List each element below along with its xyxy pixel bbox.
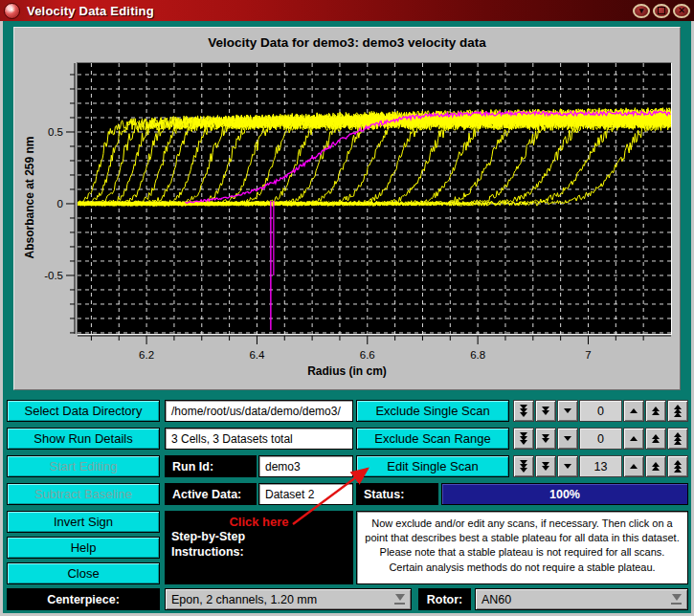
rotor-dropdown[interactable]: AN60 <box>475 588 688 610</box>
up-arrow-icon <box>630 436 638 441</box>
rotor-label: Rotor: <box>418 588 471 610</box>
rotor-value: AN60 <box>481 593 511 606</box>
close-window-button[interactable]: ✕ <box>673 4 690 18</box>
down-arrow-icon <box>564 436 571 441</box>
counter-decrement-step-button[interactable] <box>535 455 556 477</box>
maximize-window-button[interactable] <box>653 4 670 18</box>
counter-value[interactable]: 13 <box>579 455 622 477</box>
counter-decrement-page-button[interactable] <box>513 400 534 422</box>
up-arrow-icon <box>630 408 638 413</box>
counter-increment-button[interactable] <box>623 455 644 477</box>
counter-value[interactable]: 0 <box>579 400 622 422</box>
run-details-field: 3 Cells, 3 Datasets total <box>165 428 353 450</box>
click-here-annotation: Click here <box>169 515 348 529</box>
counter-decrement-page-button[interactable] <box>513 455 534 477</box>
x-axis-label: Radius (in cm) <box>14 364 680 378</box>
select-data-directory-button[interactable]: Select Data Directory <box>7 400 160 422</box>
counter-increment-step-button[interactable] <box>645 455 666 477</box>
counter-decrement-page-button[interactable] <box>513 428 534 450</box>
down-arrow-triple-icon <box>520 460 527 473</box>
step-label-line1: Step-by-Step <box>169 529 245 544</box>
up-arrow-triple-icon <box>674 460 682 473</box>
up-arrow-triple-icon <box>674 405 682 417</box>
app-icon: ✳ <box>4 3 20 19</box>
step-instructions-box: Click here Step-by-Step Instructions: <box>165 511 353 584</box>
dropdown-arrow-icon <box>394 594 405 605</box>
chart-title: Velocity Data for demo3: demo3 velocity … <box>14 35 680 50</box>
exclude-scan-range-button[interactable]: Exclude Scan Range <box>356 428 509 450</box>
counter-increment-page-button[interactable] <box>667 455 688 477</box>
down-arrow-icon <box>564 408 571 413</box>
active-data-field: Dataset 2 <box>258 483 353 505</box>
help-button[interactable]: Help <box>7 537 160 559</box>
down-arrow-double-icon <box>542 434 549 443</box>
titlebar: ✳ Velocity Data Editing ▾ ✕ <box>0 0 694 21</box>
exclude-single-scan-counter: 0 <box>513 400 688 422</box>
centerpiece-dropdown[interactable]: Epon, 2 channels, 1.20 mm <box>165 588 412 610</box>
window-frame-left <box>0 21 3 616</box>
centerpiece-label: Centerpiece: <box>7 588 160 610</box>
counter-increment-button[interactable] <box>623 400 644 422</box>
counter-increment-button[interactable] <box>623 428 644 450</box>
shade-window-button[interactable]: ▾ <box>633 4 650 18</box>
edit-single-scan-button[interactable]: Edit Single Scan <box>356 455 509 477</box>
close-button[interactable]: Close <box>7 562 160 584</box>
up-arrow-double-icon <box>652 434 660 443</box>
run-id-field: demo3 <box>258 455 353 477</box>
svg-text:6.6: 6.6 <box>360 349 375 361</box>
up-arrow-double-icon <box>652 407 660 415</box>
run-id-label: Run Id: <box>165 455 257 477</box>
counter-decrement-button[interactable] <box>557 455 578 477</box>
y-axis-label: Absorbance at 259 nm <box>23 62 37 333</box>
svg-text:0.5: 0.5 <box>48 126 63 138</box>
down-arrow-icon <box>564 464 571 469</box>
up-arrow-triple-icon <box>674 432 682 445</box>
centerpiece-value: Epon, 2 channels, 1.20 mm <box>171 593 317 606</box>
counter-increment-page-button[interactable] <box>667 400 688 422</box>
dropdown-arrow-icon <box>671 594 682 605</box>
status-progress-bar: 100% <box>441 483 688 505</box>
velocity-data-editing-window: ✳ Velocity Data Editing ▾ ✕ 6.26.46.66.8… <box>0 0 694 616</box>
exclude-scan-range-counter: 0 <box>513 428 688 450</box>
up-arrow-double-icon <box>652 462 660 471</box>
subtract-baseline-button[interactable]: Subtract Baseline <box>7 483 160 505</box>
down-arrow-double-icon <box>542 462 549 471</box>
down-arrow-triple-icon <box>520 432 527 445</box>
svg-text:0: 0 <box>57 198 63 209</box>
chevron-down-icon: ▾ <box>639 7 644 15</box>
svg-text:-0.5: -0.5 <box>44 270 63 281</box>
invert-sign-button[interactable]: Invert Sign <box>7 511 160 533</box>
step-label-line2: Instructions: <box>169 544 244 560</box>
edit-single-scan-counter: 13 <box>513 455 688 477</box>
instructions-text: Now exclude and/or edit any scans, if ne… <box>356 511 688 584</box>
up-arrow-icon <box>630 464 638 469</box>
close-icon: ✕ <box>678 7 685 15</box>
data-directory-field: /home/root/us/data/demo/demo3/ <box>165 400 353 422</box>
counter-decrement-step-button[interactable] <box>535 428 556 450</box>
start-editing-button[interactable]: Start Editing <box>7 455 160 477</box>
counter-increment-step-button[interactable] <box>645 428 666 450</box>
show-run-details-button[interactable]: Show Run Details <box>7 428 160 450</box>
velocity-plot[interactable]: 6.26.46.66.87-0.500.5 <box>14 28 682 391</box>
status-label: Status: <box>356 483 438 505</box>
down-arrow-triple-icon <box>520 405 527 417</box>
counter-decrement-button[interactable] <box>557 400 578 422</box>
window-title: Velocity Data Editing <box>27 4 154 18</box>
counter-decrement-button[interactable] <box>557 428 578 450</box>
maximize-icon <box>658 7 665 14</box>
exclude-single-scan-button[interactable]: Exclude Single Scan <box>356 400 509 422</box>
counter-increment-step-button[interactable] <box>645 400 666 422</box>
svg-text:6.2: 6.2 <box>139 349 154 361</box>
counter-value[interactable]: 0 <box>579 428 622 450</box>
svg-text:7: 7 <box>585 349 591 361</box>
down-arrow-double-icon <box>542 407 549 415</box>
svg-text:6.4: 6.4 <box>249 349 265 361</box>
chart-panel: 6.26.46.66.87-0.500.5 Velocity Data for … <box>13 27 681 390</box>
counter-decrement-step-button[interactable] <box>535 400 556 422</box>
counter-increment-page-button[interactable] <box>667 428 688 450</box>
svg-text:6.8: 6.8 <box>470 349 485 361</box>
active-data-label: Active Data: <box>165 483 257 505</box>
